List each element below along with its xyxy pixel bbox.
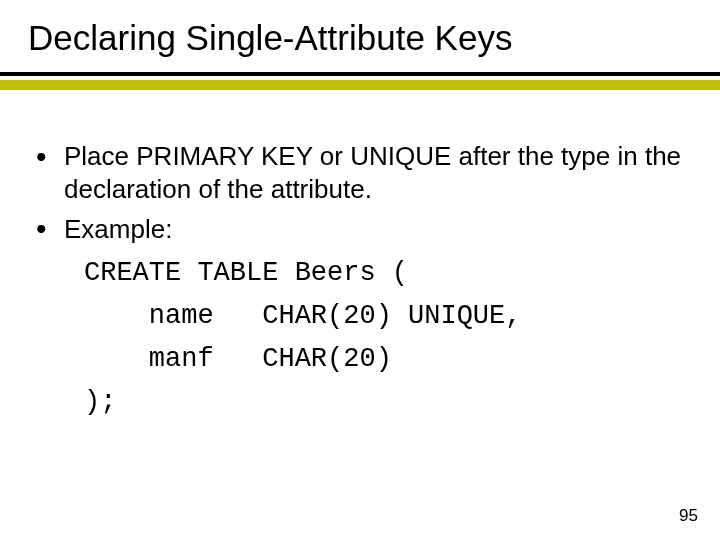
title-rule (0, 72, 720, 92)
bullet-item-1: • Place PRIMARY KEY or UNIQUE after the … (64, 140, 692, 207)
code-line-1: CREATE TABLE Beers ( (84, 258, 408, 288)
slide-title: Declaring Single-Attribute Keys (28, 18, 692, 58)
slide: Declaring Single-Attribute Keys • Place … (0, 0, 720, 540)
page-number: 95 (679, 506, 698, 526)
code-line-3: manf CHAR(20) (84, 344, 392, 374)
rule-black (0, 72, 720, 76)
bullet-text-2: Example: (64, 214, 172, 244)
code-line-4: ); (84, 387, 116, 417)
bullet-dot-icon: • (36, 142, 47, 172)
code-line-2: name CHAR(20) UNIQUE, (84, 301, 521, 331)
code-block: CREATE TABLE Beers ( name CHAR(20) UNIQU… (84, 252, 692, 425)
bullet-item-2: • Example: (64, 213, 692, 246)
rule-yellow (0, 80, 720, 90)
bullet-list: • Place PRIMARY KEY or UNIQUE after the … (28, 140, 692, 425)
bullet-dot-icon: • (36, 214, 47, 244)
bullet-text-1: Place PRIMARY KEY or UNIQUE after the ty… (64, 141, 681, 204)
